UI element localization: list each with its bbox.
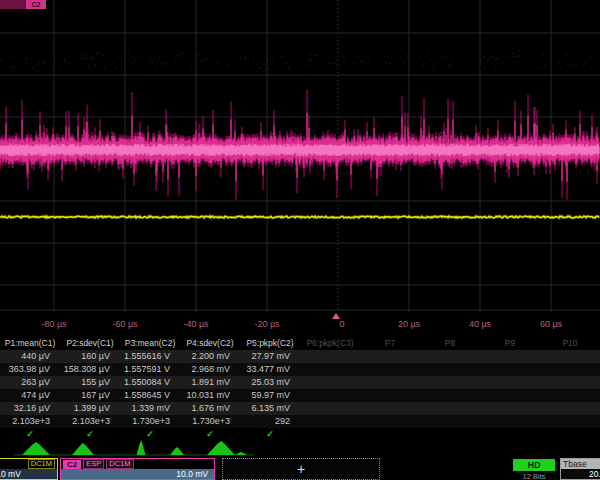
measure-value: 1.891 mV [180, 376, 240, 389]
measure-value [540, 415, 600, 428]
measure-status-check-icon [540, 428, 600, 440]
measure-value: 155 µV [60, 376, 120, 389]
measure-status-check-icon [360, 428, 420, 440]
measure-value: 363.98 µV [0, 363, 60, 376]
measure-status-check-icon: ✓ [60, 428, 120, 440]
measure-value: 474 µV [0, 389, 60, 402]
time-axis-label: -60 µs [112, 319, 137, 329]
measure-param-header[interactable]: P3:mean(C2) [120, 337, 180, 350]
measure-value: 27.97 mV [240, 350, 300, 363]
c1-volts-per-div: 10.0 mV [0, 469, 57, 479]
hd-mode-badge[interactable]: HD [513, 459, 555, 471]
c1-box-top: DC1M [0, 459, 57, 469]
c2-volts-per-div: 10.0 mV [61, 469, 214, 479]
measure-param-header[interactable]: P10 [540, 337, 600, 350]
measure-value [540, 363, 600, 376]
c2-esp-badge: ESP [83, 459, 104, 469]
measure-status-check-icon [300, 428, 360, 440]
measure-value [360, 402, 420, 415]
measure-param-header[interactable]: P8 [420, 337, 480, 350]
chip-left-segment [0, 0, 26, 9]
measure-param-header[interactable]: P1:mean(C1) [0, 337, 60, 350]
hd-bits-label: 12 Bits [513, 472, 555, 480]
measure-value: 160 µV [60, 350, 120, 363]
waveform-display: C2 [0, 0, 600, 312]
measure-value [420, 415, 480, 428]
measure-value: 440 µV [0, 350, 60, 363]
time-axis-label: -80 µs [41, 319, 66, 329]
measure-value [540, 350, 600, 363]
c2-persistence-speckle [0, 52, 592, 69]
table-row: 263 µV155 µV1.550084 V1.891 mV25.03 mV [0, 376, 600, 389]
table-row: 32.16 µV1.399 µV1.339 mV1.676 mV6.135 mV [0, 402, 600, 415]
measure-status-check-icon [420, 428, 480, 440]
measure-value: 2.103e+3 [0, 415, 60, 428]
c2-channel-chip: C2 [63, 460, 81, 469]
measure-histicon[interactable] [72, 443, 94, 455]
c1-coupling-badge: DC1M [28, 459, 55, 469]
add-trace-button[interactable]: + [222, 458, 380, 480]
time-axis: -100 µs-80 µs-60 µs-40 µs-20 µs020 µs40 … [0, 312, 600, 337]
measure-value [360, 350, 420, 363]
measure-value [300, 415, 360, 428]
measure-histicons [0, 440, 600, 458]
measure-param-header[interactable]: P9 [480, 337, 540, 350]
measure-value [480, 389, 540, 402]
chip-label: C2 [26, 0, 46, 9]
measure-value [480, 376, 540, 389]
time-axis-label: 60 µs [540, 319, 562, 329]
measure-value [540, 402, 600, 415]
measure-value [420, 402, 480, 415]
time-axis-label: -40 µs [183, 319, 208, 329]
measure-value: 33.477 mV [240, 363, 300, 376]
measure-value [540, 389, 600, 402]
time-axis-label: -20 µs [254, 319, 279, 329]
measure-value: 59.97 mV [240, 389, 300, 402]
measure-value [300, 389, 360, 402]
measure-value: 2.968 mV [180, 363, 240, 376]
measure-status-check-icon: ✓ [0, 428, 60, 440]
measure-param-header[interactable]: P2:sdev(C1) [60, 337, 120, 350]
measure-param-header[interactable]: P7 [360, 337, 420, 350]
measure-value [420, 389, 480, 402]
c2-box-top: C2 ESP DC1M [61, 459, 214, 469]
measure-value: 167 µV [60, 389, 120, 402]
measure-value: 32.16 µV [0, 402, 60, 415]
timebase-descriptor-box[interactable]: Tbase 20.0 [560, 458, 600, 480]
c2-descriptor-box[interactable]: C2 ESP DC1M 10.0 mV [60, 458, 215, 480]
measure-value [300, 402, 360, 415]
trace-descriptor-chip[interactable]: C2 [0, 0, 46, 9]
time-axis-label: 20 µs [398, 319, 420, 329]
measure-histicon[interactable] [137, 440, 146, 455]
measure-value [480, 363, 540, 376]
measure-value [540, 376, 600, 389]
measure-value [300, 363, 360, 376]
measure-histicon[interactable] [235, 452, 247, 455]
measure-value: 1.555616 V [120, 350, 180, 363]
measure-status-check-icon: ✓ [120, 428, 180, 440]
measure-value [420, 350, 480, 363]
measure-value: 2.103e+3 [60, 415, 120, 428]
measure-value [480, 402, 540, 415]
measure-value [360, 363, 420, 376]
measure-value [480, 415, 540, 428]
measure-histicon[interactable] [170, 447, 184, 455]
measure-value [420, 376, 480, 389]
bottom-bar: DC1M 10.0 mV C2 ESP DC1M 10.0 mV + HD 12… [0, 458, 600, 480]
c1-descriptor-box[interactable]: DC1M 10.0 mV [0, 458, 58, 480]
measure-param-header[interactable]: P5:pkpk(C2) [240, 337, 300, 350]
measure-value: 1.730e+3 [180, 415, 240, 428]
waveform-traces [0, 0, 600, 312]
timebase-value: 20.0 [561, 469, 600, 479]
measure-value: 1.339 mV [120, 402, 180, 415]
measure-histicon[interactable] [22, 442, 50, 455]
measure-value [360, 415, 420, 428]
measure-param-header[interactable]: P4:sdev(C2) [180, 337, 240, 350]
measure-histicon[interactable] [207, 441, 235, 455]
measure-value [300, 350, 360, 363]
measure-param-header[interactable]: P6:pkpk(C3) [300, 337, 360, 350]
measure-value: 25.03 mV [240, 376, 300, 389]
measure-status-check-icon: ✓ [240, 428, 300, 440]
time-axis-label: 40 µs [469, 319, 491, 329]
measure-value: 1.399 µV [60, 402, 120, 415]
